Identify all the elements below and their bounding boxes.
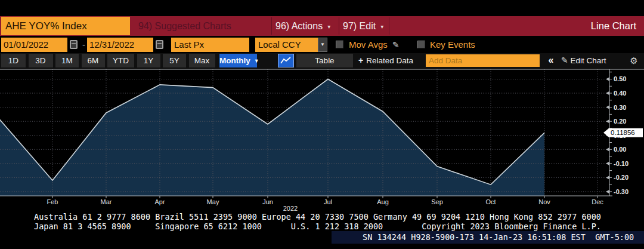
footer-contact-line1: Australia 61 2 9777 8600 Brazil 5511 239… xyxy=(34,212,601,221)
dropdown-arrow-icon: ▼ xyxy=(320,42,325,47)
range-1d-button[interactable]: 1D xyxy=(1,54,26,67)
menu-divider xyxy=(339,17,339,35)
svg-text:Mar: Mar xyxy=(101,198,112,205)
price-chart[interactable]: FebMarAprMayJunJulAugSepOctNovDec20220.5… xyxy=(0,68,644,213)
svg-text:Nov: Nov xyxy=(538,198,550,205)
mov-avgs-label[interactable]: Mov Avgs xyxy=(349,37,388,53)
chart-controls-bar: 1D 3D 1M 6M YTD 1Y 5Y Max Monthly▼ Table… xyxy=(0,53,644,68)
related-data-label: Related Data xyxy=(366,56,413,65)
currency-select[interactable]: Local CCY xyxy=(255,38,318,52)
key-events-label[interactable]: Key Events xyxy=(430,37,475,53)
mov-avgs-pencil-icon[interactable]: ✎ xyxy=(392,37,400,53)
calendar-icon[interactable] xyxy=(156,40,163,49)
svg-text:0.50: 0.50 xyxy=(614,75,626,82)
svg-text:Apr: Apr xyxy=(154,198,165,205)
range-6m-button[interactable]: 6M xyxy=(82,54,105,67)
view-title: Line Chart xyxy=(591,16,636,36)
toolbar: - Last Px Local CCY ▼ Mov Avgs ✎ Key Eve… xyxy=(0,37,644,53)
x-axis-labels: FebMarAprMayJunJulAugSepOctNovDec2022 xyxy=(47,198,604,212)
mov-avgs-checkbox[interactable] xyxy=(336,41,343,48)
svg-text:Oct: Oct xyxy=(485,198,496,205)
collapse-toolbar-button[interactable]: « xyxy=(542,54,560,67)
range-ytd-button[interactable]: YTD xyxy=(107,54,134,67)
menu-divider xyxy=(389,17,389,35)
edit-chart-label: Edit Chart xyxy=(571,56,606,65)
svg-text:Aug: Aug xyxy=(377,198,389,205)
svg-text:Sep: Sep xyxy=(431,198,443,205)
svg-text:0.11856: 0.11856 xyxy=(611,129,635,136)
suggested-charts-menu-item[interactable]: 94) Suggested Charts xyxy=(138,16,231,36)
end-date-input[interactable] xyxy=(87,38,153,52)
plus-icon: + xyxy=(358,56,363,65)
related-data-button[interactable]: +Related Data xyxy=(358,54,420,67)
menu-bar: AHE YOY% Index 94) Suggested Charts 96) … xyxy=(0,16,644,36)
start-date-input[interactable] xyxy=(1,38,67,52)
svg-text:-0.10: -0.10 xyxy=(614,160,628,167)
edit-menu-label: 97) Edit xyxy=(343,21,376,31)
range-1m-button[interactable]: 1M xyxy=(55,54,79,67)
date-range-separator: - xyxy=(82,38,85,52)
table-button[interactable]: Table xyxy=(296,54,353,67)
range-5y-button[interactable]: 5Y xyxy=(163,54,186,67)
svg-text:0.30: 0.30 xyxy=(614,104,626,111)
edit-menu-item[interactable]: 97) Edit▾ xyxy=(343,16,383,36)
dropdown-arrow-icon: ▼ xyxy=(254,58,259,64)
caret-down-icon: ▾ xyxy=(327,23,330,30)
svg-text:2022: 2022 xyxy=(283,205,298,212)
bloomberg-terminal: AHE YOY% Index 94) Suggested Charts 96) … xyxy=(0,0,644,249)
svg-text:Feb: Feb xyxy=(47,198,58,205)
svg-text:-0.30: -0.30 xyxy=(614,188,628,195)
session-info-line: SN 134244 H928-5900-173 14-Jan-23 16:51:… xyxy=(363,232,634,242)
svg-text:Dec: Dec xyxy=(592,198,603,205)
svg-text:-0.20: -0.20 xyxy=(614,174,628,181)
calendar-icon[interactable] xyxy=(70,40,78,49)
price-field-select[interactable]: Last Px xyxy=(171,38,249,52)
edit-chart-button[interactable]: ✎ Edit Chart xyxy=(561,54,606,67)
menu-divider xyxy=(271,17,272,35)
svg-text:Jun: Jun xyxy=(262,198,273,205)
chart-type-button[interactable] xyxy=(278,54,294,67)
caret-down-icon: ▾ xyxy=(380,23,383,30)
actions-menu-label: 96) Actions xyxy=(275,21,323,31)
line-chart-icon xyxy=(278,54,293,67)
range-1y-button[interactable]: 1Y xyxy=(137,54,160,67)
svg-text:0.40: 0.40 xyxy=(614,90,626,97)
settings-gear-button[interactable]: ⚙ xyxy=(626,54,642,67)
frequency-select[interactable]: Monthly▼ xyxy=(219,54,257,67)
range-3d-button[interactable]: 3D xyxy=(29,54,53,67)
currency-dropdown-button[interactable]: ▼ xyxy=(318,38,327,52)
range-buttons: 1D 3D 1M 6M YTD 1Y 5Y Max xyxy=(1,54,215,67)
area-fill xyxy=(0,79,544,196)
svg-text:0.20: 0.20 xyxy=(614,118,626,125)
range-max-button[interactable]: Max xyxy=(189,54,215,67)
svg-text:0.00: 0.00 xyxy=(614,146,626,153)
add-data-input[interactable] xyxy=(426,54,540,67)
security-field[interactable]: AHE YOY% Index xyxy=(1,17,130,35)
frequency-label: Monthly xyxy=(219,56,250,65)
svg-text:May: May xyxy=(207,198,219,205)
svg-text:Jul: Jul xyxy=(324,198,332,205)
key-events-checkbox[interactable] xyxy=(417,41,425,48)
footer-contact-line2: Japan 81 3 4565 8900 Singapore 65 6212 1… xyxy=(34,222,601,230)
actions-menu-item[interactable]: 96) Actions▾ xyxy=(275,16,330,36)
pencil-icon: ✎ xyxy=(561,56,568,65)
